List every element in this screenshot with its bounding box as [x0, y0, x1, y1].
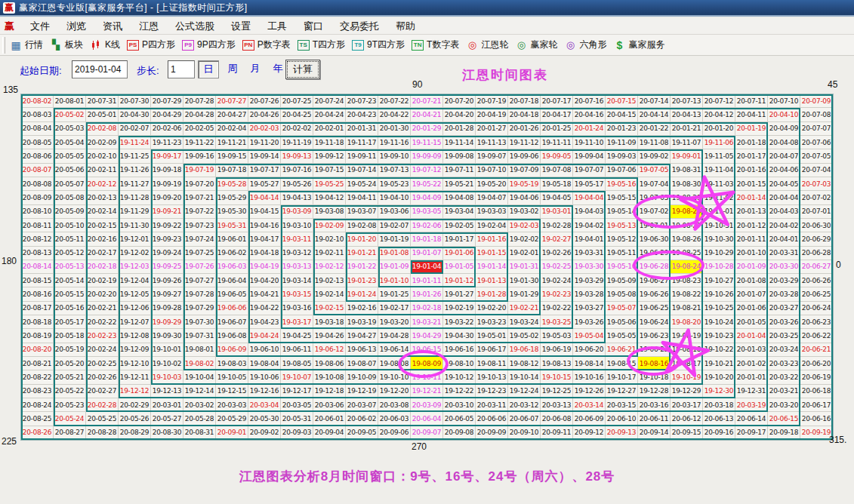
- date-cell[interactable]: 19-12-26: [573, 385, 606, 398]
- date-cell[interactable]: 19-06-20: [573, 343, 606, 357]
- date-cell[interactable]: 19-08-20: [671, 315, 703, 329]
- date-cell[interactable]: 19-02-14: [313, 287, 346, 301]
- date-cell[interactable]: 19-10-31: [703, 219, 735, 232]
- date-cell[interactable]: 20-08-29: [119, 426, 151, 440]
- date-cell[interactable]: 20-07-16: [573, 94, 606, 108]
- date-cell[interactable]: 20-01-07: [735, 287, 768, 301]
- date-cell[interactable]: 19-04-17: [248, 232, 281, 246]
- date-cell[interactable]: 19-03-19: [346, 315, 378, 329]
- date-cell[interactable]: 19-11-30: [119, 219, 151, 232]
- date-cell[interactable]: 19-10-15: [541, 370, 573, 384]
- date-cell[interactable]: 19-10-19: [671, 370, 703, 384]
- date-cell[interactable]: 19-10-22: [703, 343, 735, 357]
- date-cell[interactable]: 19-03-29: [573, 274, 606, 287]
- date-cell[interactable]: 20-07-27: [216, 94, 248, 108]
- date-cell[interactable]: 19-05-22: [411, 177, 443, 191]
- date-cell[interactable]: 20-01-06: [735, 302, 768, 315]
- date-cell[interactable]: 20-02-02: [281, 122, 313, 136]
- date-cell[interactable]: 20-01-09: [735, 260, 768, 274]
- date-cell[interactable]: 20-06-07: [508, 412, 541, 426]
- date-cell[interactable]: 19-08-02: [183, 357, 216, 370]
- date-cell[interactable]: 19-08-19: [671, 329, 703, 343]
- date-cell[interactable]: 19-05-26: [281, 177, 313, 191]
- date-cell[interactable]: 19-09-09: [411, 149, 443, 163]
- date-cell[interactable]: 19-04-26: [313, 329, 346, 343]
- date-cell[interactable]: 19-02-23: [541, 287, 573, 301]
- date-cell[interactable]: 19-01-07: [411, 247, 443, 260]
- date-cell[interactable]: 20-09-15: [671, 426, 703, 440]
- date-cell[interactable]: 19-12-14: [183, 385, 216, 398]
- date-cell[interactable]: 19-02-07: [378, 219, 411, 232]
- date-cell[interactable]: 20-03-12: [508, 398, 541, 412]
- date-cell[interactable]: 19-07-19: [183, 164, 216, 177]
- date-cell[interactable]: 19-02-04: [476, 219, 508, 232]
- date-cell[interactable]: 20-04-29: [151, 108, 183, 121]
- menu-item-4[interactable]: 江恩: [131, 18, 167, 35]
- date-cell[interactable]: 20-07-20: [443, 94, 476, 108]
- date-cell[interactable]: 19-01-24: [346, 287, 378, 301]
- date-cell[interactable]: 20-01-19: [735, 122, 768, 136]
- date-cell[interactable]: 19-01-06: [443, 247, 476, 260]
- date-cell[interactable]: 19-03-01: [541, 205, 573, 219]
- date-cell[interactable]: 20-07-21: [411, 94, 443, 108]
- date-cell[interactable]: 20-01-08: [735, 274, 768, 287]
- date-cell[interactable]: 20-02-03: [248, 122, 281, 136]
- date-cell[interactable]: 19-10-01: [151, 343, 183, 357]
- date-cell[interactable]: 20-04-26: [248, 108, 281, 121]
- date-cell[interactable]: 19-08-22: [671, 287, 703, 301]
- date-cell[interactable]: 19-10-24: [703, 315, 735, 329]
- date-cell[interactable]: 19-10-07: [281, 370, 313, 384]
- date-cell[interactable]: 20-02-14: [86, 205, 119, 219]
- toolbar-button-K线[interactable]: K线: [90, 38, 120, 51]
- date-cell[interactable]: 19-01-20: [346, 232, 378, 246]
- date-cell[interactable]: 20-02-15: [86, 219, 119, 232]
- date-cell[interactable]: 20-02-17: [86, 247, 119, 260]
- date-cell[interactable]: 19-10-13: [476, 370, 508, 384]
- date-cell[interactable]: 19-03-10: [281, 219, 313, 232]
- date-cell[interactable]: 19-10-29: [703, 247, 735, 260]
- date-cell[interactable]: 19-08-14: [573, 357, 606, 370]
- date-cell[interactable]: 19-09-13: [281, 149, 313, 163]
- date-cell[interactable]: 19-10-06: [248, 370, 281, 384]
- date-cell[interactable]: 19-04-12: [313, 191, 346, 204]
- date-cell[interactable]: 20-08-18: [21, 315, 54, 329]
- date-cell[interactable]: 19-06-30: [638, 232, 671, 246]
- date-cell[interactable]: 19-07-28: [183, 287, 216, 301]
- date-cell[interactable]: 19-01-31: [508, 260, 541, 274]
- date-cell[interactable]: 19-09-15: [216, 149, 248, 163]
- date-cell[interactable]: 20-06-27: [800, 260, 833, 274]
- date-cell[interactable]: 19-07-13: [378, 164, 411, 177]
- date-cell[interactable]: 20-01-18: [735, 136, 768, 149]
- date-cell[interactable]: 20-02-27: [86, 385, 119, 398]
- date-cell[interactable]: 19-04-29: [411, 329, 443, 343]
- date-cell[interactable]: 20-01-30: [378, 122, 411, 136]
- date-cell[interactable]: 19-02-19: [443, 302, 476, 315]
- date-cell[interactable]: 19-12-31: [735, 385, 768, 398]
- date-cell[interactable]: 19-06-28: [638, 260, 671, 274]
- date-cell[interactable]: 20-03-31: [768, 247, 800, 260]
- date-cell[interactable]: 19-11-22: [183, 136, 216, 149]
- date-cell[interactable]: 20-05-19: [54, 343, 86, 357]
- date-cell[interactable]: 19-06-03: [216, 260, 248, 274]
- date-cell[interactable]: 20-02-21: [86, 302, 119, 315]
- date-cell[interactable]: 19-02-01: [508, 247, 541, 260]
- date-cell[interactable]: 19-12-18: [313, 385, 346, 398]
- date-cell[interactable]: 20-04-28: [183, 108, 216, 121]
- date-cell[interactable]: 19-07-10: [476, 164, 508, 177]
- date-cell[interactable]: 20-02-28: [86, 398, 119, 412]
- date-cell[interactable]: 20-06-22: [800, 329, 833, 343]
- date-cell[interactable]: 20-09-13: [606, 426, 638, 440]
- date-cell[interactable]: 19-05-01: [476, 329, 508, 343]
- date-cell[interactable]: 19-12-12: [119, 385, 151, 398]
- date-cell[interactable]: 19-05-02: [508, 329, 541, 343]
- date-cell[interactable]: 20-07-29: [151, 94, 183, 108]
- start-date-input[interactable]: [72, 60, 128, 78]
- date-cell[interactable]: 20-03-30: [768, 260, 800, 274]
- date-cell[interactable]: 20-02-01: [313, 122, 346, 136]
- date-cell[interactable]: 19-01-18: [411, 232, 443, 246]
- date-cell[interactable]: 19-12-23: [476, 385, 508, 398]
- date-cell[interactable]: 19-11-27: [119, 177, 151, 191]
- date-cell[interactable]: 19-03-14: [281, 274, 313, 287]
- date-cell[interactable]: 20-04-14: [638, 108, 671, 121]
- date-cell[interactable]: 19-06-27: [638, 274, 671, 287]
